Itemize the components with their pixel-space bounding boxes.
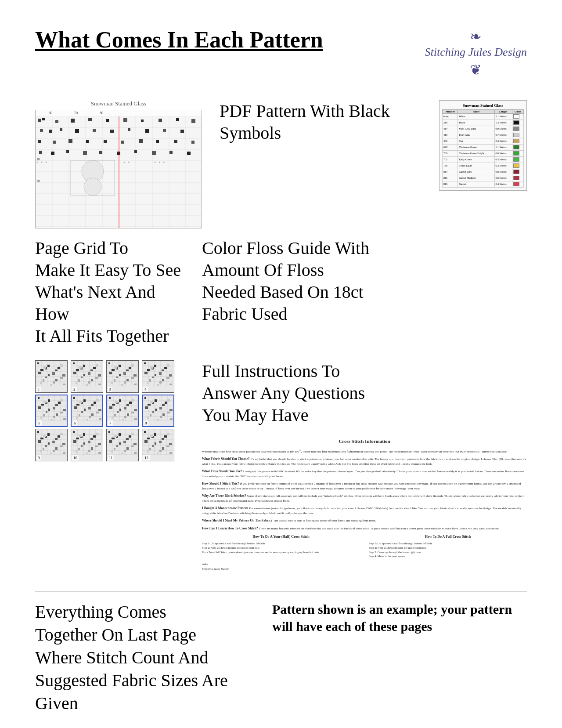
- svg-rect-294: [119, 399, 121, 402]
- svg-rect-332: [165, 402, 167, 404]
- svg-rect-57: [83, 151, 87, 155]
- thumb-num-3: 3: [108, 387, 112, 392]
- svg-text:10: 10: [36, 157, 40, 161]
- svg-rect-39: [110, 130, 114, 133]
- cs-intro: Whether this is the first cross stitch p…: [202, 448, 527, 454]
- svg-rect-232: [50, 419, 53, 420]
- svg-rect-397: [86, 453, 88, 454]
- floss-length: 0.6 Skeins: [494, 175, 512, 181]
- svg-rect-135: [73, 372, 76, 374]
- how-to-half-steps: Step 1: Go up needle and floss through b…: [202, 541, 360, 554]
- floss-row: 700 Christmas Green Bright 0.6 Skeins: [443, 150, 524, 156]
- svg-rect-305: [119, 409, 121, 411]
- floss-name: Topaz Light: [458, 163, 494, 169]
- svg-rect-338: [155, 409, 157, 411]
- svg-rect-32: [176, 118, 179, 121]
- svg-rect-402: [96, 433, 98, 435]
- svg-rect-324: [159, 407, 162, 409]
- svg-rect-27: [88, 118, 92, 121]
- floss-name: Tan: [458, 138, 494, 144]
- svg-rect-335: [160, 416, 162, 418]
- svg-rect-306: [127, 413, 129, 416]
- svg-text:✕: ✕: [128, 161, 130, 163]
- svg-rect-161: [111, 382, 113, 384]
- svg-rect-373: [63, 452, 65, 454]
- floss-length: 0.7 Skeins: [494, 132, 512, 138]
- svg-rect-467: [159, 450, 162, 452]
- thumbnail-2: 2: [71, 360, 103, 393]
- floss-row: 415 Pearl Gray 0.7 Skeins: [443, 132, 524, 138]
- svg-rect-272: [84, 409, 86, 411]
- svg-rect-169: [116, 377, 118, 378]
- svg-rect-374: [43, 435, 46, 437]
- how-to-half-title: How To Do A Your (Half) Cross Stitch: [202, 534, 360, 540]
- svg-rect-60: [134, 150, 137, 153]
- thumb-num-2: 2: [72, 387, 77, 392]
- svg-rect-302: [124, 416, 126, 418]
- svg-rect-137: [88, 381, 90, 384]
- svg-rect-423: [123, 441, 126, 443]
- cs-start: Where Should I Start My Pattern On The F…: [202, 518, 527, 523]
- svg-rect-139: [76, 369, 79, 371]
- svg-rect-459: [154, 433, 156, 436]
- svg-rect-401: [88, 450, 90, 452]
- thumbnails-area: 1 2 3 4: [35, 360, 184, 461]
- svg-rect-390: [88, 441, 90, 443]
- svg-rect-403: [76, 438, 79, 439]
- svg-rect-273: [91, 413, 94, 416]
- floss-name: White: [458, 113, 494, 120]
- floss-color: [512, 144, 523, 150]
- floss-row: blanc White 2.1 Skeins: [443, 113, 524, 120]
- svg-rect-91: [37, 362, 39, 364]
- svg-rect-199: [157, 384, 159, 386]
- svg-rect-331: [157, 419, 159, 420]
- how-to-half: How To Do A Your (Half) Cross Stitch Ste…: [202, 534, 360, 558]
- svg-rect-435: [131, 433, 134, 435]
- svg-rect-165: [114, 379, 115, 382]
- svg-rect-110: [43, 366, 46, 369]
- svg-rect-308: [115, 401, 118, 403]
- svg-rect-367: [45, 445, 47, 447]
- svg-rect-104: [53, 381, 55, 384]
- svg-rect-24: [42, 118, 45, 120]
- svg-rect-296: [134, 409, 137, 411]
- svg-rect-168: [109, 372, 112, 374]
- floss-color: [512, 181, 523, 187]
- svg-rect-366: [38, 440, 41, 443]
- svg-rect-131: [98, 374, 101, 377]
- svg-rect-61: [152, 151, 156, 155]
- svg-text:✕: ✕: [154, 161, 156, 163]
- svg-rect-436: [112, 438, 115, 439]
- svg-rect-239: [48, 409, 50, 411]
- svg-rect-97: [55, 369, 58, 371]
- page: What Comes In Each Pattern ❧ Stitching J…: [0, 0, 562, 728]
- svg-rect-404: [83, 442, 85, 445]
- svg-rect-327: [155, 399, 157, 402]
- svg-rect-230: [63, 409, 66, 411]
- how-to-full: How To Do A Full Cross Stitch Step 1: Go…: [369, 534, 527, 558]
- svg-rect-431: [129, 435, 131, 438]
- pattern-image-label: Snowman Stained Glass: [35, 100, 202, 107]
- svg-rect-461: [169, 443, 172, 445]
- svg-rect-394: [90, 438, 93, 440]
- svg-rect-393: [83, 433, 85, 436]
- svg-rect-471: [162, 447, 164, 450]
- thumb-num-7: 7: [108, 420, 113, 426]
- thumbnail-11: 11: [106, 429, 139, 461]
- col-number: Number: [443, 109, 458, 113]
- svg-text:✕: ✕: [159, 161, 160, 163]
- svg-rect-106: [40, 369, 43, 371]
- thumbnail-12: 12: [142, 429, 174, 461]
- floss-name: Christmas Green Bright: [458, 150, 494, 156]
- svg-rect-460: [162, 438, 164, 440]
- svg-rect-140: [83, 374, 85, 376]
- svg-rect-34: [40, 129, 43, 132]
- floss-length: 0.6 Skeins: [494, 150, 512, 156]
- floss-color: [512, 126, 523, 132]
- svg-rect-23: [38, 119, 41, 122]
- floss-length: 0.9 Skeins: [494, 126, 512, 132]
- svg-rect-291: [124, 407, 126, 409]
- svg-rect-258: [88, 407, 91, 409]
- svg-rect-297: [114, 414, 116, 417]
- header: What Comes In Each Pattern ❧ Stitching J…: [35, 26, 527, 78]
